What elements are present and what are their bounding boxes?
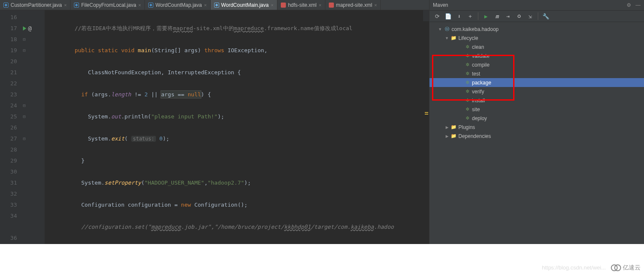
fold-icon[interactable]: ⊟ [23,100,25,111]
line-number-gutter: 1617181920212223242526272829303132333436 [0,10,21,244]
tree-item-label: validate [472,53,489,59]
gear-icon: ✲ [464,89,470,95]
code-area[interactable]: //若在IDEA中本地执行MR程序，需要将mapred-site.xml中的ma… [45,10,429,244]
fold-icon[interactable]: ⊟ [23,111,25,122]
maven-title-label: Maven [433,2,448,8]
gutter-icon-row: @ [21,23,45,34]
maven-tree-item-install[interactable]: ✲install [429,96,644,105]
tree-arrow-icon: ▶ [445,134,449,138]
gutter-icon-row [21,56,45,67]
close-icon[interactable]: × [319,3,321,8]
tab-label: WordCountMap.java [155,2,202,8]
gear-icon: ✲ [464,62,470,68]
maven-tree-item-validate[interactable]: ✲validate [429,51,644,60]
generate-icon[interactable]: 📄 [445,13,452,20]
maven-toolbar: ⟳📄⬇+▶m⇥⭘⇲🔧 [429,10,644,22]
maven-tree-item-com-kaikeba-hadoop[interactable]: ▼Ⓜcom.kaikeba.hadoop [429,25,644,34]
line-number [0,222,17,233]
tree-item-label: site [472,107,480,112]
gear-icon: ✲ [464,107,470,112]
tab-label: FileCopyFromLocal.java [81,2,136,8]
maven-tree-item-package[interactable]: ✲package [429,78,644,87]
editor-tab[interactable]: hdfs-site.xml× [277,0,325,10]
override-icon: @ [28,23,31,34]
gutter-icon-row [21,67,45,78]
minimize-icon[interactable]: — [636,2,641,8]
close-icon[interactable]: × [64,3,67,8]
line-number: 26 [0,122,17,133]
gear-icon[interactable]: ⚙ [627,2,631,8]
gutter-icon-row [21,89,45,100]
offline-icon[interactable]: ⭘ [516,13,523,20]
maven-tree-item-verify[interactable]: ✲verify [429,87,644,96]
line-number: 20 [0,56,17,67]
editor-tab[interactable]: mapred-site.xml× [325,0,381,10]
folder-icon: 📁 [451,133,457,139]
line-number: 24 [0,100,17,111]
gutter-icon-row: ⊟ [21,133,45,144]
gutter-icon-row: ⊟ [21,100,45,111]
line-number: 22 [0,78,17,89]
editor-tab[interactable]: WordCountMap.java× [145,0,211,10]
maven-tree-item-compile[interactable]: ✲compile [429,60,644,69]
editor-tab[interactable]: CustomPartitioner.java× [0,0,71,10]
gutter-icon-row: ⊟ [21,45,45,56]
maven-tree-item-site[interactable]: ✲site [429,105,644,114]
close-icon[interactable]: × [138,3,141,8]
editor-tab[interactable]: WordCountMain.java× [211,0,277,10]
download-icon[interactable]: ⬇ [456,13,463,20]
run-gutter-icon[interactable] [23,26,26,31]
java-file-icon [214,3,219,8]
maven-tree-item-deploy[interactable]: ✲deploy [429,114,644,123]
maven-tree-item-test[interactable]: ✲test [429,69,644,78]
gutter-icon-row [21,199,45,210]
tab-label: CustomPartitioner.java [11,2,62,8]
collapse-icon[interactable]: ⇲ [527,13,534,20]
tree-arrow-icon: ▼ [438,27,442,31]
skip-icon[interactable]: ⇥ [505,13,511,20]
tree-item-label: com.kaikeba.hadoop [452,26,499,32]
tree-item-label: Lifecycle [458,35,478,41]
maven-tree-item-clean[interactable]: ✲clean [429,42,644,51]
gutter-icon-row [21,12,45,23]
close-icon[interactable]: × [204,3,206,8]
editor-right-margin [423,10,429,21]
run-icon[interactable]: ▶ [483,13,489,20]
tree-item-label: test [472,71,480,77]
tab-label: hdfs-site.xml [288,2,316,8]
line-number: 29 [0,155,17,166]
editor-tab[interactable]: FileCopyFromLocal.java× [71,0,145,10]
java-file-icon [3,3,8,8]
gutter-icons: @⊟⊟⊟⊟⊟⊟ [21,10,45,244]
line-number: 18 [0,34,17,45]
editor-body: 1617181920212223242526272829303132333436… [0,10,429,244]
gutter-icon-row [21,144,45,155]
line-number: 30 [0,166,17,177]
maven-tree-item-dependencies[interactable]: ▶📁Dependencies [429,132,644,140]
line-number: 23 [0,89,17,100]
xml-file-icon [281,3,286,8]
folder-icon: 📁 [451,35,457,41]
fold-icon[interactable]: ⊟ [23,34,25,45]
folder-icon: 📁 [451,124,457,130]
close-icon[interactable]: × [271,3,273,8]
tree-item-label: deploy [472,115,487,121]
editor-pane: CustomPartitioner.java×FileCopyFromLocal… [0,0,429,244]
gutter-icon-row [21,210,45,222]
add-icon[interactable]: + [467,13,474,20]
m-icon[interactable]: m [494,13,500,20]
maven-tree-item-lifecycle[interactable]: ▼📁Lifecycle [429,34,644,42]
gutter-icon-row [21,78,45,89]
refresh-icon[interactable]: ⟳ [434,13,441,20]
tree-arrow-icon: ▶ [445,125,449,129]
settings-icon[interactable]: 🔧 [542,13,549,20]
logo-icon [611,264,621,271]
close-icon[interactable]: × [374,3,377,8]
java-file-icon [148,3,153,8]
maven-tree-item-plugins[interactable]: ▶📁Plugins [429,123,644,132]
fold-icon[interactable]: ⊟ [23,45,25,56]
line-number: 16 [0,12,17,23]
footer-area: https://blog.csdn.net/wei... 亿速云 [0,244,644,275]
line-number: 25 [0,111,17,122]
fold-icon[interactable]: ⊟ [23,133,25,144]
